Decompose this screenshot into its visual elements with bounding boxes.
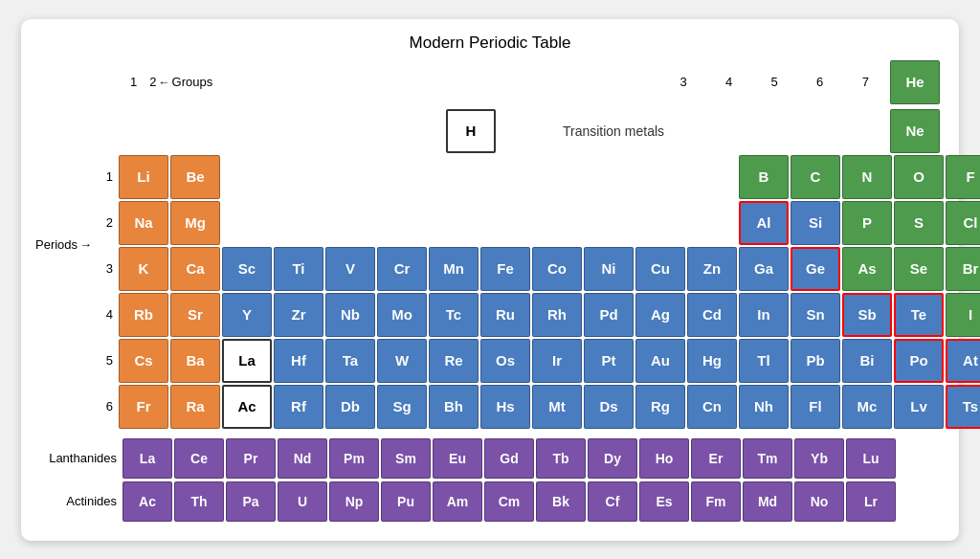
element-Li: Li <box>119 155 168 199</box>
col-label-3: 3 <box>660 75 706 89</box>
element-Cr: Cr <box>377 247 427 291</box>
actinide-Md: Md <box>743 481 792 522</box>
element-F: F <box>946 155 980 199</box>
element-Ta: Ta <box>325 339 375 383</box>
element-Pt: Pt <box>584 339 634 383</box>
element-Ag: Ag <box>635 293 685 337</box>
lanthanide-Dy: Dy <box>588 438 637 479</box>
element-In: In <box>739 293 789 337</box>
element-Be: Be <box>170 155 220 199</box>
element-W: W <box>377 339 427 383</box>
col-label-2: 2 ← Groups <box>156 75 206 89</box>
element-Mg: Mg <box>170 201 220 245</box>
actinide-Ac: Ac <box>122 481 172 522</box>
element-As: As <box>842 247 892 291</box>
lanthanide-Nd: Nd <box>278 438 327 479</box>
element-Hs: Hs <box>480 385 530 429</box>
row-5: 5CsBaLaHfTaWReOsIrPtAuHgTlPbBiPoAtOg <box>88 339 940 383</box>
period-num-5: 5 <box>88 353 113 368</box>
element-Rg: Rg <box>635 385 685 429</box>
main-grid: 1LiBeBCNOFAr2NaMgAlSiPSClKr3KCaScTiVCrMn… <box>67 155 940 429</box>
element-Y: Y <box>222 293 272 337</box>
period-num-3: 3 <box>88 261 113 276</box>
lanthanides-cells: LaCePrNdPmSmEuGdTbDyHoErTmYbLu <box>122 438 896 479</box>
element-Po: Po <box>894 339 944 383</box>
lanthanide-Tb: Tb <box>536 438 586 479</box>
element-N: N <box>842 155 892 199</box>
transition-metals-label: H Transition metals <box>222 109 888 153</box>
element-He: He <box>890 60 940 104</box>
element-Al: Al <box>739 201 789 245</box>
period-num-1: 1 <box>88 169 113 184</box>
element-Ge: Ge <box>791 247 840 291</box>
element-Ir: Ir <box>532 339 582 383</box>
element-Ga: Ga <box>739 247 789 291</box>
element-Zn: Zn <box>687 247 737 291</box>
element-Sb: Sb <box>842 293 892 337</box>
periodic-table: Modern Periodic Table 1 2 ← Groups <box>21 19 959 541</box>
element-Se: Se <box>894 247 944 291</box>
element-Fr: Fr <box>119 385 168 429</box>
element-Db: Db <box>325 385 375 429</box>
element-Na: Na <box>119 201 168 245</box>
element-Ra: Ra <box>170 385 220 429</box>
lanthanide-Ho: Ho <box>639 438 689 479</box>
element-Ni: Ni <box>584 247 634 291</box>
element-K: K <box>119 247 168 291</box>
element-C: C <box>791 155 840 199</box>
element-Ti: Ti <box>274 247 323 291</box>
period-num-6: 6 <box>88 399 113 414</box>
element-Fl: Fl <box>791 385 840 429</box>
col-label-4: 4 <box>706 75 752 89</box>
actinides-label: Actinides <box>40 494 117 508</box>
element-Sg: Sg <box>377 385 427 429</box>
period-num-4: 4 <box>88 307 113 322</box>
page-title: Modern Periodic Table <box>40 34 940 53</box>
lanthanide-Ce: Ce <box>174 438 224 479</box>
element-Ds: Ds <box>584 385 634 429</box>
element-Bh: Bh <box>429 385 479 429</box>
actinide-Cm: Cm <box>484 481 534 522</box>
element-Ne: Ne <box>890 109 940 153</box>
element-Ac: Ac <box>222 385 272 429</box>
row-1: 1LiBeBCNOFAr <box>88 155 940 199</box>
actinide-Bk: Bk <box>536 481 586 522</box>
element-Nh: Nh <box>739 385 789 429</box>
element-Co: Co <box>532 247 582 291</box>
col-label-5: 5 <box>751 75 797 89</box>
element-O: O <box>894 155 944 199</box>
row-6: 6FrRaAcRfDbSgBhHsMtDsRgCnNhFlMcLvTs <box>88 385 940 429</box>
lanthanide-Er: Er <box>691 438 741 479</box>
element-Nb: Nb <box>325 293 375 337</box>
element-Te: Te <box>894 293 944 337</box>
element-Rf: Rf <box>274 385 323 429</box>
element-Re: Re <box>429 339 479 383</box>
element-Cl: Cl <box>946 201 980 245</box>
period-num-2: 2 <box>88 215 113 230</box>
element-At: At <box>946 339 980 383</box>
element-Tc: Tc <box>429 293 479 337</box>
element-Mc: Mc <box>842 385 892 429</box>
element-Pd: Pd <box>584 293 634 337</box>
lanthanide-Gd: Gd <box>484 438 534 479</box>
periods-label: Periods→ <box>35 237 92 252</box>
actinide-Am: Am <box>433 481 482 522</box>
actinide-U: U <box>278 481 327 522</box>
element-Ba: Ba <box>170 339 220 383</box>
row-2: 2NaMgAlSiPSClKr <box>88 201 940 245</box>
element-Hf: Hf <box>274 339 323 383</box>
element-Cu: Cu <box>635 247 685 291</box>
element-Mt: Mt <box>532 385 582 429</box>
lanthanide-Eu: Eu <box>433 438 482 479</box>
element-Zr: Zr <box>274 293 323 337</box>
lanthanide-Yb: Yb <box>794 438 844 479</box>
actinides-row: Actinides AcThPaUNpPuAmCmBkCfEsFmMdNoLr <box>40 481 940 522</box>
actinide-Fm: Fm <box>691 481 741 522</box>
element-Bi: Bi <box>842 339 892 383</box>
element-Os: Os <box>480 339 530 383</box>
element-Si: Si <box>791 201 840 245</box>
actinide-No: No <box>794 481 844 522</box>
lanthanide-Pm: Pm <box>329 438 379 479</box>
col-label-7: 7 <box>842 75 888 89</box>
element-Ru: Ru <box>480 293 530 337</box>
